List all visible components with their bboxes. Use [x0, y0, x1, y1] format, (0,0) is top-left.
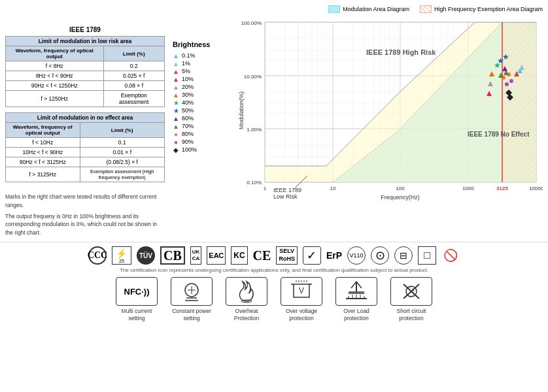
x-label-10000: 10000: [529, 186, 543, 191]
feature-overload: Over Loadprotection: [335, 277, 377, 322]
high-freq-color: [420, 5, 432, 13]
legend-item-60: ▲ 60%: [173, 115, 233, 122]
legend-item-90: ● 90%: [173, 139, 233, 145]
x-axis-title: Frequency(Hz): [381, 194, 420, 201]
ieee-title: IEEE 1789: [5, 26, 165, 33]
brightness-legend: Brightness ▲ 0.1% ▲ 1% ▲ 5% ▲ 10% ▲ 20% …: [170, 0, 235, 242]
table-row: 10Hz < f < 90Hz0.01 × f: [6, 148, 165, 157]
table-row: 90Hz < f < 1250Hz0.08 × f: [6, 81, 165, 91]
legend-shape-40: ★: [173, 99, 179, 106]
elk-icon: ⚡25: [112, 246, 131, 265]
low-risk-label-line1: IEEE 1789: [273, 187, 301, 193]
nfc-icon-box: NFC·)): [116, 277, 158, 306]
feature-constant-power-label: Constant powersetting: [172, 308, 211, 322]
svg-text:★: ★: [494, 61, 501, 70]
circle-sym-icon: ⊙: [371, 246, 389, 265]
note2: The output frequeny is 0Hz in 100% brigh…: [5, 212, 165, 237]
y-label-100: 100.00%: [241, 20, 262, 26]
feature-nfc: NFC·)) Multi currentsetting: [116, 277, 158, 322]
cb-icon: CB: [160, 246, 185, 265]
legend-shape-50: ★: [173, 107, 179, 114]
x-label-3125: 3125: [496, 186, 508, 191]
legend-title: Brightness: [173, 41, 233, 48]
overheat-icon-box: [226, 277, 267, 306]
chart-top-legend: Modulation Area Diagram High Frequency E…: [235, 5, 543, 13]
table-row: f > 3125HzExemption assessment (High fre…: [6, 167, 165, 182]
feature-short-circuit: Short circuitprotection: [390, 277, 432, 322]
ieee-no-effect-table: Limit of modulation in no effect area Wa…: [5, 112, 165, 182]
table1-col1: Waveform, frequency of optical output: [6, 46, 104, 61]
kc-icon: KC: [231, 246, 247, 265]
legend-shape-30: ▲: [173, 91, 179, 98]
feature-overheat: OverheatProtection: [226, 277, 267, 322]
overvoltage-icon-box: V: [281, 277, 322, 306]
short-circuit-icon-box: [390, 277, 432, 306]
square-icon: □: [418, 246, 436, 265]
legend-shape-90: ●: [173, 139, 179, 145]
table1-title: Limit of modulation in low risk area: [6, 37, 165, 46]
feature-overvoltage-label: Over voltageprotection: [286, 308, 317, 322]
constant-power-icon-box: [171, 277, 213, 306]
ce-icon: CE: [253, 246, 271, 265]
table2-col1: Waveform, frequency of optical output: [6, 123, 80, 138]
ieee-table-panel: IEEE 1789 Limit of modulation in low ris…: [0, 0, 170, 242]
selv-rohs-icon: SELVRoHS: [276, 246, 298, 265]
main-chart: IEEE 1789 High Risk IEEE 1789 No Effect …: [235, 16, 543, 205]
legend-item-10: ▲ 10%: [173, 76, 233, 82]
svg-text:V: V: [299, 286, 304, 295]
feature-nfc-label: Multi currentsetting: [122, 308, 152, 322]
tuv-icon: TÜV: [137, 246, 155, 265]
high-risk-label: IEEE 1789 High Risk: [366, 48, 436, 56]
legend-shape-20: ▲: [173, 84, 179, 90]
eac-icon: ЕАС: [207, 246, 226, 265]
svg-point-54: [505, 82, 509, 86]
voltage-icon: V110: [347, 246, 366, 265]
legend-item-100: ◆ 100%: [173, 146, 233, 153]
legend-item-0.1: ▲ 0.1%: [173, 52, 233, 59]
x-label-10: 10: [330, 186, 336, 191]
table-row: 90Hz < f < 3125Hz(0.08/2.5) × f: [6, 157, 165, 167]
legend-item-40: ★ 40%: [173, 99, 233, 106]
legend-shape-60: ▲: [173, 115, 179, 122]
legend-item-20: ▲ 20%: [173, 84, 233, 90]
legend-shape-80: ●: [173, 131, 179, 137]
legend-shape-100: ◆: [173, 146, 179, 153]
ukca-icon: UKCA: [190, 246, 202, 265]
legend-item-50: ★ 50%: [173, 107, 233, 114]
table1-col2: Limit (%): [103, 46, 165, 61]
bottom-section: CCC ⚡25 TÜV CB UKCA ЕАС KC CE SELVRoHS ✓…: [0, 242, 548, 326]
table-row: 8Hz < f < 90Hz0.025 × f: [6, 71, 165, 81]
legend-shape-5: ▲: [173, 68, 179, 74]
feature-overload-label: Over Loadprotection: [343, 308, 369, 322]
note1: Marks in the right chart were tested res…: [5, 193, 165, 210]
feature-constant-power: Constant powersetting: [171, 277, 213, 322]
high-freq-label: High Frequency Exemption Area Diagram: [434, 6, 543, 12]
svg-point-55: [509, 79, 513, 83]
feature-overheat-label: OverheatProtection: [234, 308, 259, 322]
legend-shape-0.1: ▲: [173, 52, 179, 59]
ccc-icon: CCC: [88, 246, 107, 265]
legend-item-80: ● 80%: [173, 131, 233, 137]
svg-line-85: [351, 282, 356, 288]
check-icon: ✓: [303, 246, 321, 265]
x-label-100: 100: [396, 186, 405, 191]
x-label-1: 1: [264, 186, 267, 191]
svg-line-86: [356, 282, 362, 288]
cert-icons-row: CCC ⚡25 TÜV CB UKCA ЕАС KC CE SELVRoHS ✓…: [7, 246, 541, 265]
modulation-color: [328, 5, 340, 13]
overload-icon-box: [335, 277, 377, 306]
ieee-low-risk-table: Limit of modulation in low risk area Wav…: [5, 36, 165, 107]
legend-shape-1: ▲: [173, 60, 179, 67]
cert-note: The certification icon represents underg…: [7, 267, 541, 273]
legend-item-1: ▲ 1%: [173, 60, 233, 67]
modulation-legend: Modulation Area Diagram: [328, 5, 409, 13]
erp-icon: ErP: [326, 246, 342, 265]
table2-title: Limit of modulation in no effect area: [6, 113, 165, 123]
feature-icons-row: NFC·)) Multi currentsetting Constant pow…: [7, 277, 541, 322]
high-freq-legend: High Frequency Exemption Area Diagram: [420, 5, 543, 13]
table-row: f < 8Hz0.2: [6, 61, 165, 71]
y-axis-title: Modulation(%): [238, 91, 245, 129]
legend-item-5: ▲ 5%: [173, 68, 233, 74]
prohibition-icon: 🚫: [441, 246, 460, 265]
y-label-0.1: 0.10%: [247, 180, 262, 186]
